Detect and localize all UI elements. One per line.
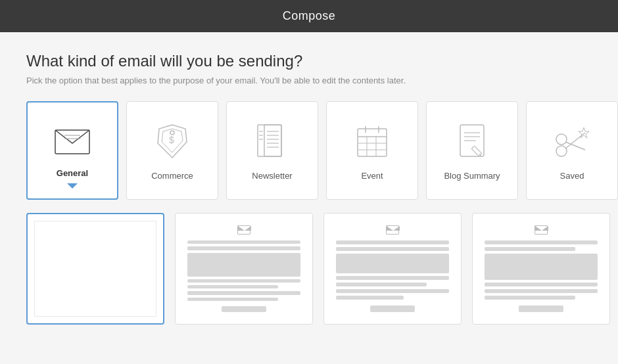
tpl1-bar5 — [187, 291, 300, 294]
tpl2-bar3 — [336, 276, 449, 280]
page-header: Compose — [0, 0, 618, 32]
template-card-2[interactable] — [323, 213, 462, 325]
type-card-saved[interactable]: Saved — [526, 101, 618, 200]
tpl2-btn — [370, 306, 416, 312]
type-card-commerce[interactable]: $ Commerce — [126, 101, 218, 200]
tpl2-bar2 — [336, 247, 449, 251]
type-card-newsletter[interactable]: Newsletter — [226, 101, 318, 200]
tpl1-bar4 — [187, 285, 278, 288]
template-1-preview — [182, 220, 306, 317]
blog-summary-label: Blog Summary — [444, 171, 500, 181]
page-question: What kind of email will you be sending? — [26, 52, 592, 70]
tpl3-btn — [519, 306, 564, 312]
tpl1-bar2 — [187, 246, 300, 250]
tpl1-bar6 — [187, 298, 278, 301]
page-subtitle: Pick the option that best applies to the… — [26, 76, 592, 85]
template-grid — [26, 213, 592, 325]
saved-label: Saved — [560, 171, 584, 181]
tpl1-bar3 — [187, 279, 300, 283]
general-label: General — [57, 168, 88, 178]
template-card-1[interactable] — [175, 213, 313, 325]
header-title: Compose — [283, 9, 336, 22]
event-icon-area — [351, 121, 393, 163]
tpl2-bar4 — [336, 283, 427, 286]
type-card-event[interactable]: Event — [326, 101, 418, 200]
commerce-label: Commerce — [151, 171, 193, 181]
svg-rect-15 — [358, 129, 387, 156]
email-type-grid: General $ Commerce — [26, 101, 592, 200]
svg-rect-5 — [258, 125, 281, 156]
commerce-icon-area: $ — [151, 121, 193, 163]
tpl1-btn — [222, 306, 267, 312]
tpl2-bar6 — [336, 296, 404, 300]
template-card-3[interactable] — [472, 213, 610, 325]
tpl2-bar1 — [336, 240, 449, 244]
svg-point-29 — [556, 146, 567, 156]
tpl3-bar3 — [485, 283, 598, 286]
tpl2-block1 — [336, 254, 449, 273]
svg-point-30 — [556, 134, 567, 145]
svg-rect-6 — [264, 125, 281, 156]
newsletter-label: Newsletter — [252, 171, 292, 181]
tpl1-bar1 — [187, 240, 300, 244]
type-card-blog-summary[interactable]: Blog Summary — [426, 101, 518, 200]
tpl3-bar5 — [485, 296, 575, 300]
template-3-preview — [479, 220, 603, 317]
tpl3-bar1 — [485, 240, 598, 244]
main-content: What kind of email will you be sending? … — [0, 32, 618, 338]
template-blank-preview — [34, 221, 156, 317]
tpl1-block1 — [187, 253, 300, 277]
event-label: Event — [361, 171, 383, 181]
tpl3-email-icon — [535, 225, 548, 235]
template-card-blank[interactable] — [26, 213, 164, 325]
tpl2-email-icon — [386, 225, 399, 235]
blog-summary-icon-area — [451, 121, 493, 163]
general-icon-area — [51, 118, 93, 160]
template-2-preview — [331, 220, 454, 317]
tpl3-bar4 — [485, 289, 598, 293]
tpl2-bar5 — [336, 289, 449, 293]
saved-icon-area — [551, 121, 593, 163]
newsletter-icon-area — [251, 121, 293, 163]
type-card-general[interactable]: General — [26, 101, 118, 200]
svg-text:$: $ — [169, 135, 174, 145]
tpl3-bar2 — [485, 247, 575, 251]
tpl1-email-icon — [237, 225, 250, 235]
tpl3-block1 — [485, 254, 598, 280]
